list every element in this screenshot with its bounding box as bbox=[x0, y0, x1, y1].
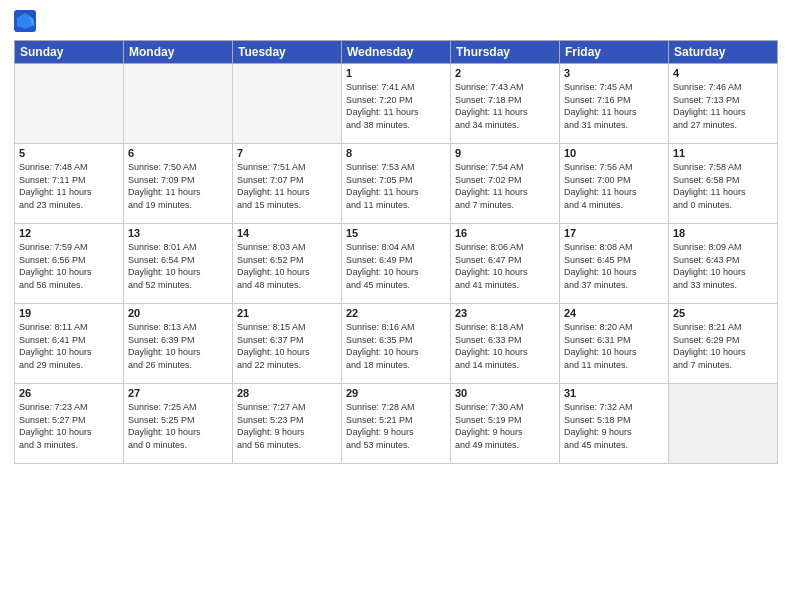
calendar-cell: 1Sunrise: 7:41 AM Sunset: 7:20 PM Daylig… bbox=[342, 64, 451, 144]
day-number: 24 bbox=[564, 307, 664, 319]
day-info: Sunrise: 7:41 AM Sunset: 7:20 PM Dayligh… bbox=[346, 81, 446, 131]
calendar-page: SundayMondayTuesdayWednesdayThursdayFrid… bbox=[0, 0, 792, 612]
day-number: 28 bbox=[237, 387, 337, 399]
calendar-table: SundayMondayTuesdayWednesdayThursdayFrid… bbox=[14, 40, 778, 464]
calendar-week-1: 1Sunrise: 7:41 AM Sunset: 7:20 PM Daylig… bbox=[15, 64, 778, 144]
day-info: Sunrise: 8:18 AM Sunset: 6:33 PM Dayligh… bbox=[455, 321, 555, 371]
calendar-cell bbox=[124, 64, 233, 144]
day-info: Sunrise: 7:27 AM Sunset: 5:23 PM Dayligh… bbox=[237, 401, 337, 451]
calendar-cell: 16Sunrise: 8:06 AM Sunset: 6:47 PM Dayli… bbox=[451, 224, 560, 304]
calendar-cell: 15Sunrise: 8:04 AM Sunset: 6:49 PM Dayli… bbox=[342, 224, 451, 304]
calendar-cell: 18Sunrise: 8:09 AM Sunset: 6:43 PM Dayli… bbox=[669, 224, 778, 304]
day-number: 8 bbox=[346, 147, 446, 159]
calendar-cell: 26Sunrise: 7:23 AM Sunset: 5:27 PM Dayli… bbox=[15, 384, 124, 464]
day-number: 17 bbox=[564, 227, 664, 239]
weekday-header-tuesday: Tuesday bbox=[233, 41, 342, 64]
calendar-cell: 19Sunrise: 8:11 AM Sunset: 6:41 PM Dayli… bbox=[15, 304, 124, 384]
calendar-cell: 21Sunrise: 8:15 AM Sunset: 6:37 PM Dayli… bbox=[233, 304, 342, 384]
day-info: Sunrise: 8:15 AM Sunset: 6:37 PM Dayligh… bbox=[237, 321, 337, 371]
day-info: Sunrise: 7:23 AM Sunset: 5:27 PM Dayligh… bbox=[19, 401, 119, 451]
day-number: 19 bbox=[19, 307, 119, 319]
calendar-week-5: 26Sunrise: 7:23 AM Sunset: 5:27 PM Dayli… bbox=[15, 384, 778, 464]
day-number: 1 bbox=[346, 67, 446, 79]
calendar-cell: 10Sunrise: 7:56 AM Sunset: 7:00 PM Dayli… bbox=[560, 144, 669, 224]
calendar-cell: 14Sunrise: 8:03 AM Sunset: 6:52 PM Dayli… bbox=[233, 224, 342, 304]
calendar-cell: 12Sunrise: 7:59 AM Sunset: 6:56 PM Dayli… bbox=[15, 224, 124, 304]
day-info: Sunrise: 8:06 AM Sunset: 6:47 PM Dayligh… bbox=[455, 241, 555, 291]
day-number: 12 bbox=[19, 227, 119, 239]
calendar-cell: 24Sunrise: 8:20 AM Sunset: 6:31 PM Dayli… bbox=[560, 304, 669, 384]
calendar-cell: 8Sunrise: 7:53 AM Sunset: 7:05 PM Daylig… bbox=[342, 144, 451, 224]
day-number: 9 bbox=[455, 147, 555, 159]
day-info: Sunrise: 8:21 AM Sunset: 6:29 PM Dayligh… bbox=[673, 321, 773, 371]
day-number: 13 bbox=[128, 227, 228, 239]
day-info: Sunrise: 7:51 AM Sunset: 7:07 PM Dayligh… bbox=[237, 161, 337, 211]
day-info: Sunrise: 8:16 AM Sunset: 6:35 PM Dayligh… bbox=[346, 321, 446, 371]
day-info: Sunrise: 7:59 AM Sunset: 6:56 PM Dayligh… bbox=[19, 241, 119, 291]
calendar-cell: 11Sunrise: 7:58 AM Sunset: 6:58 PM Dayli… bbox=[669, 144, 778, 224]
calendar-cell: 30Sunrise: 7:30 AM Sunset: 5:19 PM Dayli… bbox=[451, 384, 560, 464]
weekday-header-monday: Monday bbox=[124, 41, 233, 64]
day-info: Sunrise: 7:53 AM Sunset: 7:05 PM Dayligh… bbox=[346, 161, 446, 211]
day-info: Sunrise: 8:03 AM Sunset: 6:52 PM Dayligh… bbox=[237, 241, 337, 291]
day-number: 22 bbox=[346, 307, 446, 319]
logo-icon bbox=[14, 10, 36, 32]
day-info: Sunrise: 8:08 AM Sunset: 6:45 PM Dayligh… bbox=[564, 241, 664, 291]
day-info: Sunrise: 7:58 AM Sunset: 6:58 PM Dayligh… bbox=[673, 161, 773, 211]
day-number: 4 bbox=[673, 67, 773, 79]
calendar-week-2: 5Sunrise: 7:48 AM Sunset: 7:11 PM Daylig… bbox=[15, 144, 778, 224]
calendar-cell bbox=[233, 64, 342, 144]
page-header bbox=[14, 10, 778, 32]
day-info: Sunrise: 7:46 AM Sunset: 7:13 PM Dayligh… bbox=[673, 81, 773, 131]
weekday-header-sunday: Sunday bbox=[15, 41, 124, 64]
calendar-cell: 2Sunrise: 7:43 AM Sunset: 7:18 PM Daylig… bbox=[451, 64, 560, 144]
calendar-cell: 17Sunrise: 8:08 AM Sunset: 6:45 PM Dayli… bbox=[560, 224, 669, 304]
day-info: Sunrise: 7:43 AM Sunset: 7:18 PM Dayligh… bbox=[455, 81, 555, 131]
day-number: 21 bbox=[237, 307, 337, 319]
calendar-week-4: 19Sunrise: 8:11 AM Sunset: 6:41 PM Dayli… bbox=[15, 304, 778, 384]
day-info: Sunrise: 8:01 AM Sunset: 6:54 PM Dayligh… bbox=[128, 241, 228, 291]
calendar-cell: 27Sunrise: 7:25 AM Sunset: 5:25 PM Dayli… bbox=[124, 384, 233, 464]
day-number: 18 bbox=[673, 227, 773, 239]
day-number: 15 bbox=[346, 227, 446, 239]
logo bbox=[14, 10, 38, 32]
day-number: 16 bbox=[455, 227, 555, 239]
day-number: 7 bbox=[237, 147, 337, 159]
day-number: 10 bbox=[564, 147, 664, 159]
day-number: 23 bbox=[455, 307, 555, 319]
day-number: 3 bbox=[564, 67, 664, 79]
day-number: 14 bbox=[237, 227, 337, 239]
weekday-header-friday: Friday bbox=[560, 41, 669, 64]
weekday-header-row: SundayMondayTuesdayWednesdayThursdayFrid… bbox=[15, 41, 778, 64]
calendar-cell: 3Sunrise: 7:45 AM Sunset: 7:16 PM Daylig… bbox=[560, 64, 669, 144]
day-info: Sunrise: 7:45 AM Sunset: 7:16 PM Dayligh… bbox=[564, 81, 664, 131]
day-info: Sunrise: 7:54 AM Sunset: 7:02 PM Dayligh… bbox=[455, 161, 555, 211]
calendar-cell: 4Sunrise: 7:46 AM Sunset: 7:13 PM Daylig… bbox=[669, 64, 778, 144]
day-number: 6 bbox=[128, 147, 228, 159]
calendar-cell: 25Sunrise: 8:21 AM Sunset: 6:29 PM Dayli… bbox=[669, 304, 778, 384]
day-number: 31 bbox=[564, 387, 664, 399]
day-info: Sunrise: 7:50 AM Sunset: 7:09 PM Dayligh… bbox=[128, 161, 228, 211]
calendar-cell: 13Sunrise: 8:01 AM Sunset: 6:54 PM Dayli… bbox=[124, 224, 233, 304]
calendar-cell: 29Sunrise: 7:28 AM Sunset: 5:21 PM Dayli… bbox=[342, 384, 451, 464]
day-number: 2 bbox=[455, 67, 555, 79]
calendar-cell: 22Sunrise: 8:16 AM Sunset: 6:35 PM Dayli… bbox=[342, 304, 451, 384]
day-number: 30 bbox=[455, 387, 555, 399]
day-number: 20 bbox=[128, 307, 228, 319]
calendar-cell: 28Sunrise: 7:27 AM Sunset: 5:23 PM Dayli… bbox=[233, 384, 342, 464]
weekday-header-wednesday: Wednesday bbox=[342, 41, 451, 64]
day-info: Sunrise: 7:25 AM Sunset: 5:25 PM Dayligh… bbox=[128, 401, 228, 451]
day-info: Sunrise: 7:30 AM Sunset: 5:19 PM Dayligh… bbox=[455, 401, 555, 451]
day-info: Sunrise: 8:11 AM Sunset: 6:41 PM Dayligh… bbox=[19, 321, 119, 371]
calendar-week-3: 12Sunrise: 7:59 AM Sunset: 6:56 PM Dayli… bbox=[15, 224, 778, 304]
calendar-cell: 23Sunrise: 8:18 AM Sunset: 6:33 PM Dayli… bbox=[451, 304, 560, 384]
day-number: 11 bbox=[673, 147, 773, 159]
calendar-cell bbox=[669, 384, 778, 464]
calendar-cell: 5Sunrise: 7:48 AM Sunset: 7:11 PM Daylig… bbox=[15, 144, 124, 224]
day-info: Sunrise: 8:20 AM Sunset: 6:31 PM Dayligh… bbox=[564, 321, 664, 371]
day-info: Sunrise: 7:56 AM Sunset: 7:00 PM Dayligh… bbox=[564, 161, 664, 211]
day-info: Sunrise: 8:04 AM Sunset: 6:49 PM Dayligh… bbox=[346, 241, 446, 291]
calendar-cell: 6Sunrise: 7:50 AM Sunset: 7:09 PM Daylig… bbox=[124, 144, 233, 224]
weekday-header-saturday: Saturday bbox=[669, 41, 778, 64]
calendar-cell: 20Sunrise: 8:13 AM Sunset: 6:39 PM Dayli… bbox=[124, 304, 233, 384]
